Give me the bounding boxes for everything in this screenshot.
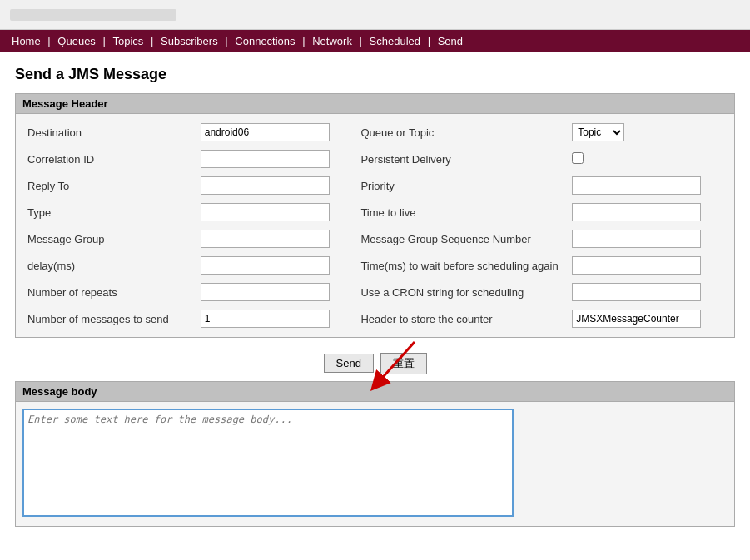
nav-sep-7: | [428,35,430,47]
label-message-group: Message Group [22,225,196,252]
top-header [0,0,750,30]
label-time-to-live: Time to live [355,199,567,225]
time-to-wait-cell [567,252,728,279]
input-type-cell [196,199,356,225]
cron-input[interactable] [572,283,701,301]
message-group-seq-input[interactable] [572,230,701,248]
label-time-to-wait: Time(ms) to wait before scheduling again [355,252,567,279]
label-priority: Priority [355,172,567,199]
input-correlation-id-cell [196,146,356,172]
cron-cell [567,279,728,305]
blurred-username [10,9,176,21]
input-reply-to-cell [196,172,356,199]
nav-sep-1: | [47,35,50,47]
header-counter-input[interactable] [572,310,701,328]
reset-button[interactable]: 重置 [380,353,427,374]
queue-or-topic-cell: Queue Topic [567,119,728,146]
row-type: Type Time to live [22,199,728,225]
queue-or-topic-select[interactable]: Queue Topic [572,123,624,141]
nav-topics[interactable]: Topics [113,35,144,47]
button-row: Send 重置 [15,346,735,381]
nav-sep-6: | [360,35,362,47]
message-header-panel-title: Message Header [16,94,734,114]
correlation-id-input[interactable] [201,150,330,168]
message-body-panel-body [16,402,734,526]
label-correlation-id: Correlation ID [22,146,196,172]
time-to-live-input[interactable] [572,203,701,221]
time-to-wait-input[interactable] [572,256,701,275]
message-group-input[interactable] [201,230,330,248]
nav-home[interactable]: Home [12,35,41,47]
message-header-panel-body: Destination Queue or Topic Queue Topic C… [16,114,734,337]
row-correlation-id: Correlation ID Persistent Delivery [22,146,728,172]
nav-queues[interactable]: Queues [57,35,96,47]
label-header-counter: Header to store the counter [355,305,567,332]
nav-sep-5: | [302,35,305,47]
time-to-live-cell [567,199,728,225]
priority-cell [567,172,728,199]
message-body-panel: Message body [15,381,735,527]
navbar: Home | Queues | Topics | Subscribers | C… [0,30,750,52]
message-header-panel: Message Header Destination Queue or Topi… [15,93,735,338]
row-delay: delay(ms) Time(ms) to wait before schedu… [22,252,728,279]
message-body-panel-title: Message body [16,382,734,402]
repeats-input[interactable] [201,283,330,301]
nav-scheduled[interactable]: Scheduled [370,35,420,47]
delay-input[interactable] [201,256,330,275]
type-input[interactable] [201,203,330,221]
label-queue-or-topic: Queue or Topic [355,119,567,146]
row-repeats: Number of repeats Use a CRON string for … [22,279,728,305]
header-counter-cell [567,305,728,332]
input-num-messages-cell [196,305,356,332]
row-reply-to: Reply To Priority [22,172,728,199]
label-message-group-seq: Message Group Sequence Number [355,225,567,252]
persistent-delivery-checkbox[interactable] [572,152,584,164]
input-repeats-cell [196,279,356,305]
priority-input[interactable] [572,176,701,195]
nav-connections[interactable]: Connections [235,35,295,47]
reply-to-input[interactable] [201,176,330,195]
label-num-messages: Number of messages to send [22,305,196,332]
header-form-table: Destination Queue or Topic Queue Topic C… [22,119,728,332]
page-content: Send a JMS Message Message Header Destin… [0,52,750,548]
nav-sep-3: | [151,35,153,47]
send-button[interactable]: Send [324,354,374,373]
message-group-seq-cell [567,225,728,252]
page-title: Send a JMS Message [15,66,735,83]
label-destination: Destination [22,119,196,146]
row-message-group: Message Group Message Group Sequence Num… [22,225,728,252]
nav-network[interactable]: Network [312,35,352,47]
persistent-delivery-cell [567,146,728,172]
label-repeats: Number of repeats [22,279,196,305]
input-message-group-cell [196,225,356,252]
label-type: Type [22,199,196,225]
input-destination-cell [196,119,356,146]
label-delay: delay(ms) [22,252,196,279]
row-num-messages: Number of messages to send Header to sto… [22,305,728,332]
nav-sep-2: | [103,35,106,47]
input-delay-cell [196,252,356,279]
label-persistent-delivery: Persistent Delivery [355,146,567,172]
nav-send[interactable]: Send [438,35,463,47]
destination-input[interactable] [201,123,330,141]
num-messages-input[interactable] [201,310,330,328]
label-reply-to: Reply To [22,172,196,199]
label-cron: Use a CRON string for scheduling [355,279,567,305]
row-destination: Destination Queue or Topic Queue Topic [22,119,728,146]
nav-subscribers[interactable]: Subscribers [161,35,218,47]
nav-sep-4: | [225,35,227,47]
buttons-container: Send 重置 [15,346,735,381]
message-body-textarea[interactable] [22,409,514,517]
